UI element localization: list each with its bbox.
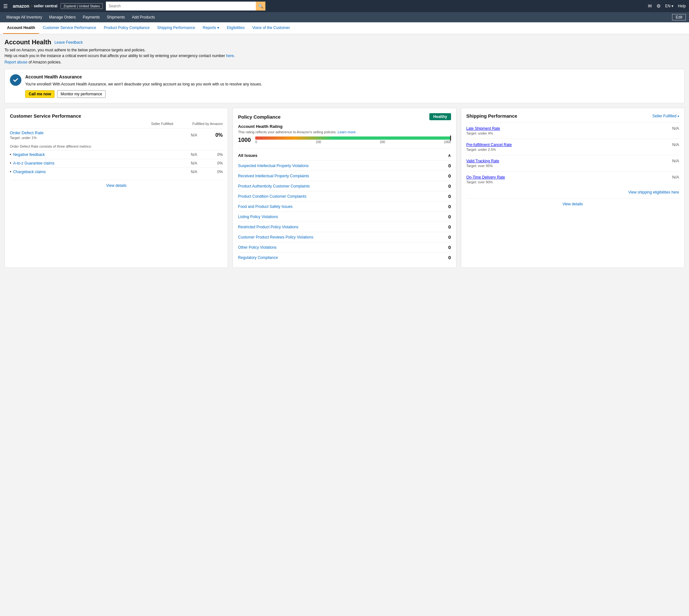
on-time-delivery-link[interactable]: On-Time Delivery Rate: [466, 175, 505, 179]
healthy-badge: Healthy: [429, 113, 451, 120]
issue-listing-policy-link[interactable]: Listing Policy Violations: [238, 215, 444, 219]
issues-list: Suspected Intellectual Property Violatio…: [238, 160, 451, 262]
issue-restricted-product-count: 0: [445, 224, 451, 229]
aha-title: Account Health Assurance: [25, 74, 679, 80]
seller-central-text: seller central: [34, 4, 58, 8]
issue-product-condition: Product Condition Customer Complaints 0: [238, 191, 451, 201]
atoz-label: A-to-z Guarantee claims: [13, 161, 172, 166]
monitor-performance-button[interactable]: Monitor my performance: [57, 90, 106, 98]
store-badge[interactable]: Zoplenti | United States: [61, 3, 103, 9]
help-link[interactable]: Help: [678, 4, 686, 8]
sp-header: Shipping Performance Seller Fulfilled ▾: [466, 113, 679, 118]
issue-regulatory-count: 0: [445, 255, 451, 260]
chargeback-link[interactable]: Chargeback claims: [13, 170, 46, 174]
negative-feedback-val2: 0%: [197, 152, 223, 157]
nav-payments[interactable]: Payments: [80, 14, 103, 21]
tab-reports[interactable]: Reports ▾: [199, 22, 223, 34]
issue-listing-policy-count: 0: [445, 214, 451, 219]
issue-other-policy: Other Policy Violations 0: [238, 242, 451, 252]
aha-card: Account Health Assurance You're enrolled…: [4, 69, 685, 103]
settings-icon[interactable]: ⚙: [656, 3, 661, 9]
all-issues-header[interactable]: All Issues ∧: [238, 153, 451, 158]
issue-listing-policy: Listing Policy Violations 0: [238, 212, 451, 222]
csp-card: Customer Service Performance Seller Fulf…: [4, 108, 228, 268]
atoz-row: • A-to-z Guarantee claims N/A 0%: [10, 159, 223, 168]
learn-more-link[interactable]: Learn more.: [338, 130, 356, 134]
tab-customer-service-performance[interactable]: Customer Service Performance: [39, 22, 100, 34]
chargeback-val2: 0%: [197, 170, 223, 174]
aha-desc: You're enrolled! With Account Health Ass…: [25, 81, 679, 87]
here-link[interactable]: here: [226, 53, 234, 58]
issue-product-authenticity-link[interactable]: Product Authenticity Customer Complaints: [238, 184, 444, 189]
pre-fulfillment-row: Pre-fulfillment Cancel Rate Target: unde…: [466, 139, 679, 155]
mail-icon[interactable]: ✉: [648, 3, 652, 9]
rating-score: 1000: [238, 137, 251, 144]
page-header: Account Health Leave Feedback: [4, 39, 685, 46]
issue-other-policy-count: 0: [445, 245, 451, 250]
csp-view-details-link[interactable]: View details: [10, 180, 223, 188]
nav-manage-orders[interactable]: Manage Orders: [46, 14, 79, 21]
late-shipment-label-wrap: Late Shipment Rate Target: under 4%: [466, 126, 500, 135]
search-bar: 🔍: [106, 2, 265, 10]
logo-smile: ~: [30, 4, 33, 8]
issue-restricted-product-link[interactable]: Restricted Product Policy Violations: [238, 225, 444, 229]
report-abuse-link[interactable]: Report abuse: [4, 60, 27, 64]
language-selector[interactable]: EN ▾: [665, 4, 673, 8]
search-input[interactable]: [106, 2, 256, 10]
issue-product-condition-count: 0: [445, 194, 451, 199]
nav-shipments[interactable]: Shipments: [104, 14, 128, 21]
sp-dropdown[interactable]: Seller Fulfilled ▾: [652, 114, 679, 118]
rating-section: Account Health Rating This rating reflec…: [238, 124, 451, 149]
rating-bar-wrap: 01002001000: [255, 136, 451, 144]
issue-food-safety-count: 0: [445, 204, 451, 209]
on-time-delivery-val: N/A: [672, 175, 679, 179]
csp-column-headers: Seller Fulfilled Fulfilled by Amazon: [10, 122, 223, 126]
issue-customer-reviews: Customer Product Reviews Policy Violatio…: [238, 232, 451, 242]
valid-tracking-val: N/A: [672, 158, 679, 163]
tab-product-policy-compliance[interactable]: Product Policy Compliance: [100, 22, 153, 34]
odr-val1: N/A: [172, 133, 197, 137]
issue-suspected-ip-count: 0: [445, 163, 451, 168]
aha-buttons: Call me now Monitor my performance: [25, 90, 679, 98]
valid-tracking-link[interactable]: Valid Tracking Rate: [466, 159, 499, 163]
pre-fulfillment-label-wrap: Pre-fulfillment Cancel Rate Target: unde…: [466, 142, 512, 152]
odr-sub-desc: Order Defect Rate consists of three diff…: [10, 145, 223, 148]
sp-metrics: Late Shipment Rate Target: under 4% N/A …: [466, 123, 679, 188]
on-time-delivery-label-wrap: On-Time Delivery Rate Target: over 90%: [466, 175, 505, 184]
bullet-icon: •: [10, 170, 11, 174]
search-button[interactable]: 🔍: [256, 2, 265, 10]
issue-regulatory-link[interactable]: Regulatory Compliance: [238, 256, 444, 260]
pre-fulfillment-link[interactable]: Pre-fulfillment Cancel Rate: [466, 142, 512, 147]
issue-suspected-ip-link[interactable]: Suspected Intellectual Property Violatio…: [238, 163, 444, 168]
edit-button[interactable]: Edit: [672, 14, 686, 20]
issue-other-policy-link[interactable]: Other Policy Violations: [238, 245, 444, 250]
hamburger-icon[interactable]: ☰: [3, 3, 8, 9]
report-abuse: Report abuse of Amazon policies.: [4, 60, 685, 64]
late-shipment-rate-link[interactable]: Late Shipment Rate: [466, 126, 500, 131]
leave-feedback-link[interactable]: Leave Feedback: [55, 40, 83, 45]
view-shipping-eligibilities-link[interactable]: View shipping eligibilities here: [466, 190, 679, 195]
issue-suspected-ip: Suspected Intellectual Property Violatio…: [238, 160, 451, 171]
nav-manage-all-inventory[interactable]: Manage All Inventory: [3, 14, 45, 21]
sp-view-details-link[interactable]: View details: [466, 198, 679, 206]
call-me-now-button[interactable]: Call me now: [25, 90, 55, 98]
three-col-layout: Customer Service Performance Seller Fulf…: [4, 108, 685, 268]
main-content: Account Health Leave Feedback To sell on…: [0, 34, 689, 277]
tab-eligibilities[interactable]: Eligibilities: [223, 22, 249, 34]
sp-title: Shipping Performance: [466, 113, 517, 118]
issue-product-authenticity: Product Authenticity Customer Complaints…: [238, 181, 451, 191]
all-issues-label: All Issues: [238, 153, 257, 158]
nav-add-products[interactable]: Add Products: [129, 14, 158, 21]
csp-col1: Seller Fulfilled: [151, 122, 173, 126]
issue-product-condition-link[interactable]: Product Condition Customer Complaints: [238, 194, 444, 199]
negative-feedback-link[interactable]: Negative feedback: [13, 152, 45, 157]
second-nav: Manage All Inventory Manage Orders Payme…: [0, 12, 689, 22]
tab-shipping-performance[interactable]: Shipping Performance: [153, 22, 199, 34]
issue-received-ip-link[interactable]: Received Intellectual Property Complaint…: [238, 174, 444, 178]
atoz-link[interactable]: A-to-z Guarantee claims: [13, 161, 54, 166]
tab-voice-of-customer[interactable]: Voice of the Customer: [249, 22, 294, 34]
issue-customer-reviews-link[interactable]: Customer Product Reviews Policy Violatio…: [238, 235, 444, 239]
tab-account-health[interactable]: Account Health: [3, 22, 39, 34]
odr-link[interactable]: Order Defect Rate: [10, 130, 44, 135]
issue-food-safety-link[interactable]: Food and Product Safety Issues: [238, 204, 444, 209]
